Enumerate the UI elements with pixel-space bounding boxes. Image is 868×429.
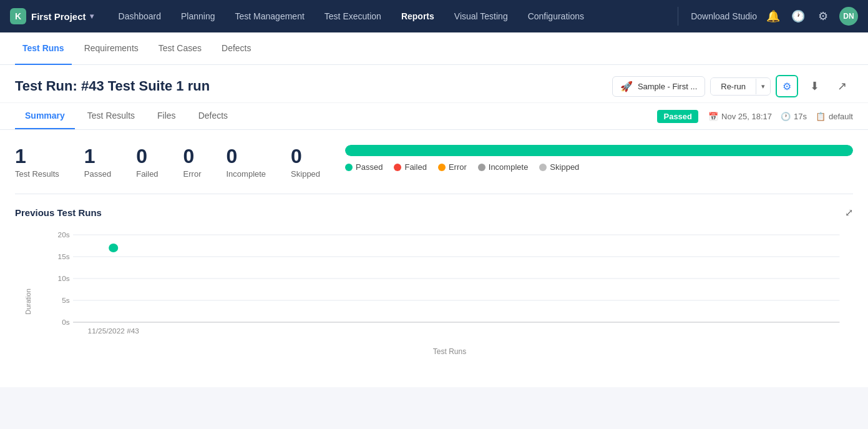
stat-incomplete-number: 0 [227,145,266,168]
tab-files[interactable]: Files [147,103,186,129]
stat-error: 0 Error [183,145,227,179]
nav-dashboard[interactable]: Dashboard [109,0,172,32]
project-selector[interactable]: First Project ▾ [31,11,94,22]
run-meta-info: 📅 Nov 25, 18:17 🕐 17s 📋 default [708,112,853,121]
status-badge: Passed [657,110,698,123]
nav-test-execution[interactable]: Test Execution [315,0,391,32]
summary-section: 1 Test Results 1 Passed 0 Failed 0 Error… [0,130,868,194]
legend-passed-dot [345,164,353,171]
nav-visual-testing[interactable]: Visual Testing [444,0,518,32]
tab-defects[interactable]: Defects [188,103,238,129]
chart-legend: Passed Failed Error Incomplete [345,162,853,172]
legend-failed-dot [394,164,401,171]
previous-test-runs-section: Previous Test Runs ⤢ Duration 20s 15s 10… [0,194,868,387]
rocket-icon: 🚀 [620,81,633,92]
nav-right-actions: Download Studio 🔔 🕐 ⚙ DN [673,7,858,26]
stat-failed-number: 0 [136,145,158,168]
run-duration: 🕐 17s [781,112,807,121]
legend-incomplete: Incomplete [478,162,529,172]
page-content: Test Run: #43 Test Suite 1 run 🚀 Sample … [0,65,868,387]
stats-row: 1 Test Results 1 Passed 0 Failed 0 Error… [15,145,853,179]
rerun-button[interactable]: Re-run [711,78,756,95]
nav-reports[interactable]: Reports [391,0,444,32]
tab-test-cases[interactable]: Test Cases [151,32,209,65]
stat-passed-number: 1 [84,145,111,168]
header-actions: 🚀 Sample - First ... Re-run ▾ ⚙ ⬇ ↗ [612,75,853,97]
stat-error-label: Error [183,169,202,179]
x-axis-label: Test Runs [46,347,853,356]
env-selector-text: Sample - First ... [638,82,697,91]
stat-passed-label: Passed [84,169,111,179]
nav-links: Dashboard Planning Test Management Test … [109,0,673,32]
stat-test-results-label: Test Results [15,169,59,179]
svg-text:11/25/2022 #43: 11/25/2022 #43 [88,327,139,335]
nav-configurations[interactable]: Configurations [518,0,594,32]
user-avatar[interactable]: DN [839,7,858,26]
rerun-group: Re-run ▾ [710,77,771,96]
stat-failed: 0 Failed [136,145,183,179]
run-date: 📅 Nov 25, 18:17 [708,112,772,121]
stat-test-results-number: 1 [15,145,59,168]
nav-divider [678,7,678,26]
tab-test-runs[interactable]: Test Runs [15,32,72,65]
legend-skipped: Skipped [539,162,579,172]
clock-icon: 🕐 [781,112,791,121]
progress-bar-fill [345,145,853,156]
stat-skipped-label: Skipped [291,169,320,179]
svg-text:0s: 0s [62,318,70,326]
chart-svg: 20s 15s 10s 5s 0s 11/25/2022 #43 [46,229,853,341]
tab-defects[interactable]: Defects [214,32,258,65]
previous-runs-title: Previous Test Runs [15,207,845,218]
stat-test-results: 1 Test Results [15,145,84,179]
tab-requirements[interactable]: Requirements [77,32,146,65]
content-tabs: Summary Test Results Files Defects Passe… [0,103,868,130]
nav-test-management[interactable]: Test Management [225,0,315,32]
page-header: Test Run: #43 Test Suite 1 run 🚀 Sample … [0,65,868,103]
svg-text:20s: 20s [58,231,70,239]
stat-passed: 1 Passed [84,145,136,179]
legend-error-dot [438,164,446,171]
stat-incomplete-label: Incomplete [227,169,266,179]
svg-text:5s: 5s [62,297,70,304]
download-button[interactable]: ⬇ [803,75,826,97]
stat-failed-label: Failed [136,169,158,179]
environment-selector[interactable]: 🚀 Sample - First ... [612,76,705,97]
rerun-dropdown-button[interactable]: ▾ [756,79,770,94]
app-logo: K [10,8,26,24]
nav-planning[interactable]: Planning [171,0,225,32]
tabs-right-info: Passed 📅 Nov 25, 18:17 🕐 17s 📋 default [657,110,853,123]
calendar-icon: 📅 [708,112,718,121]
tab-test-results[interactable]: Test Results [77,103,145,129]
previous-runs-chart: Duration 20s 15s 10s 5s 0s 11/25/ [15,229,853,375]
stat-incomplete: 0 Incomplete [227,145,291,179]
svg-text:10s: 10s [58,275,70,282]
chevron-down-icon: ▾ [90,12,94,21]
profile-icon: 📋 [816,112,826,121]
summary-chart-area: Passed Failed Error Incomplete [345,145,853,172]
expand-icon[interactable]: ⤢ [845,207,853,219]
legend-skipped-dot [539,164,547,171]
stat-skipped: 0 Skipped [291,145,345,179]
stat-skipped-number: 0 [291,145,320,168]
history-icon[interactable]: 🕐 [789,7,807,25]
svg-text:15s: 15s [58,253,70,260]
tab-summary[interactable]: Summary [15,103,75,129]
stat-error-number: 0 [183,145,202,168]
share-button[interactable]: ↗ [831,75,853,97]
secondary-navigation: Test Runs Requirements Test Cases Defect… [0,32,868,65]
previous-runs-header: Previous Test Runs ⤢ [15,207,853,219]
legend-incomplete-dot [478,164,485,171]
chart-data-point [109,244,118,252]
y-axis-label: Duration [24,288,32,315]
run-profile: 📋 default [816,112,853,121]
notifications-icon[interactable]: 🔔 [764,7,782,25]
progress-bar [345,145,853,156]
legend-failed: Failed [394,162,426,172]
legend-error: Error [438,162,467,172]
download-studio-link[interactable]: Download Studio [691,11,757,21]
top-navigation: K First Project ▾ Dashboard Planning Tes… [0,0,868,32]
settings-icon[interactable]: ⚙ [814,7,832,25]
run-settings-button[interactable]: ⚙ [776,75,798,97]
legend-passed: Passed [345,162,383,172]
page-title: Test Run: #43 Test Suite 1 run [15,78,605,94]
